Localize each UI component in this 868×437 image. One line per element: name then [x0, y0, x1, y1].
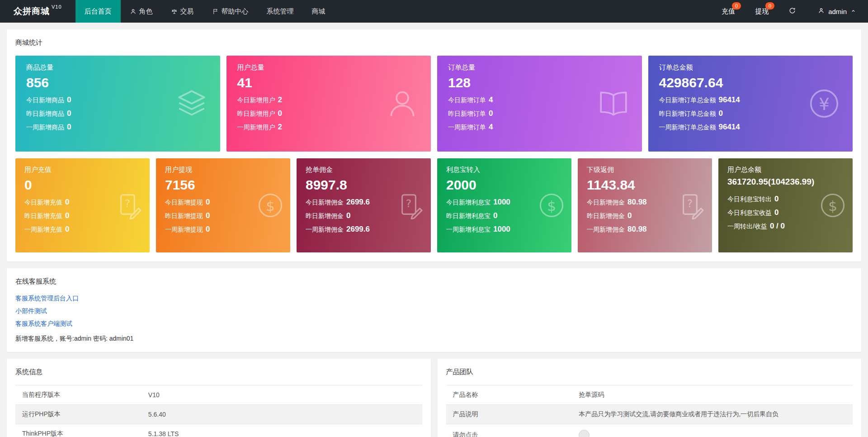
table-row: ThinkPHP版本 5.1.38 LTS — [15, 424, 422, 437]
stat-line-num: 96414 — [719, 123, 740, 132]
user-menu[interactable]: admin — [806, 0, 868, 23]
row-label: 运行PHP版本 — [15, 405, 142, 424]
stat-card-grab-commission: 抢单佣金 8997.8 今日新增佣金2699.6 昨日新增佣金0 一周新增佣金2… — [297, 158, 431, 252]
system-info-title: 系统信息 — [15, 368, 422, 376]
stats-panel: 商城统计 商品总量 856 今日新增商品0 昨日新增商品0 一周新增商品0 用户… — [7, 29, 861, 261]
stat-line-label: 今日新增用户 — [237, 96, 275, 104]
stat-line-label: 昨日新增商品 — [26, 110, 64, 118]
stat-title: 用户总余额 — [727, 166, 844, 174]
stat-line-label: 昨日新增订单总金额 — [659, 110, 716, 118]
stat-line-num: 0 — [774, 208, 778, 217]
widget-test-link[interactable]: 小部件测试 — [15, 307, 853, 315]
nav-item-label: 帮助中心 — [222, 7, 249, 16]
stat-card-sub-commission: 下级返佣 1143.84 今日新增佣金80.98 昨日新增佣金0 一周新增佣金8… — [578, 158, 712, 252]
stat-value: 8997.8 — [306, 177, 422, 192]
product-team-panel: 产品团队 产品名称 抢单源码 产品说明 本产品只为学习测试交流,请勿要做商业或者… — [438, 359, 862, 437]
nav-item-system[interactable]: 系统管理 — [258, 0, 303, 23]
stat-line-label: 一周新增订单 — [448, 124, 486, 132]
stat-line-label: 一周新增用户 — [237, 124, 275, 132]
brand-name: 众拼商城 — [14, 5, 50, 17]
stat-line-num: 96414 — [719, 95, 740, 104]
stat-value: 361720.95(104236.99) — [727, 177, 844, 187]
stat-line-label: 昨日新增用户 — [237, 110, 275, 118]
svg-text:¥: ¥ — [819, 95, 830, 114]
nav-item-roles[interactable]: 角色 — [121, 0, 162, 23]
stat-value: 0 — [24, 177, 141, 192]
stat-card-user-balance: 用户总余额 361720.95(104236.99) 今日利息宝转出0 今日利息… — [718, 158, 853, 252]
service-links: 客服系统管理后台入口 小部件测试 客服系统客户端测试 — [15, 294, 853, 328]
svg-text:$: $ — [547, 198, 556, 214]
stat-line-num: 0 — [67, 95, 71, 104]
service-admin-entry-link[interactable]: 客服系统管理后台入口 — [15, 294, 853, 303]
brand-version: V10 — [52, 4, 62, 10]
stat-line-num: 0 — [67, 123, 71, 132]
service-panel: 在线客服系统 客服系统管理后台入口 小部件测试 客服系统客户端测试 新增客服系统… — [7, 268, 861, 352]
stat-card-orders: 订单总量 128 今日新增订单4 昨日新增订单0 一周新增订单4 — [437, 56, 642, 152]
stat-line-num: 0 — [206, 198, 210, 207]
stat-line-label: 今日利息宝转出 — [727, 195, 772, 204]
stat-title: 抢单佣金 — [306, 166, 422, 174]
stat-line-label: 今日新增订单总金额 — [659, 96, 716, 104]
service-client-test-link[interactable]: 客服系统客户端测试 — [15, 320, 853, 328]
product-team-table: 产品名称 抢单源码 产品说明 本产品只为学习测试交流,请勿要做商业或者用于违法行… — [446, 385, 853, 437]
stat-line-label: 一周新增利息宝 — [446, 226, 491, 234]
stat-line-num: 0 — [493, 211, 497, 220]
stat-title: 订单总量 — [448, 63, 631, 72]
user-icon — [386, 87, 419, 120]
row-label: 产品说明 — [446, 405, 572, 424]
nav-item-trade[interactable]: 交易 — [162, 0, 203, 23]
stat-card-users: 用户总量 41 今日新增用户2 昨日新增用户0 一周新增用户2 — [226, 56, 431, 152]
stat-line-num: 80.98 — [627, 198, 647, 207]
doc-question-icon: ? — [678, 191, 706, 219]
stat-line-label: 今日新增订单 — [448, 96, 486, 104]
stat-card-order-amount: 订单总金额 429867.64 今日新增订单总金额96414 昨日新增订单总金额… — [648, 56, 853, 152]
stat-line-num: 0 — [206, 211, 210, 220]
stat-line-num: 0 — [278, 109, 282, 118]
svg-text:?: ? — [125, 197, 130, 209]
system-info-table: 当前程序版本 V10 运行PHP版本 5.6.40 ThinkPHP版本 5.1… — [15, 385, 422, 437]
stat-title: 利息宝转入 — [446, 166, 562, 174]
recharge-button[interactable]: 充值 0 — [712, 0, 745, 23]
withdraw-button[interactable]: 提现 0 — [745, 0, 778, 23]
yen-icon: ¥ — [807, 87, 841, 120]
stat-card-products: 商品总量 856 今日新增商品0 昨日新增商品0 一周新增商品0 — [15, 56, 220, 152]
stat-line-label: 昨日新增佣金 — [306, 212, 344, 220]
stat-line-num: 0 — [346, 211, 350, 220]
stat-line-num: 2 — [278, 123, 282, 132]
service-panel-title: 在线客服系统 — [15, 277, 853, 286]
username: admin — [828, 8, 847, 15]
brand-logo[interactable]: 众拼商城 V10 — [0, 0, 75, 23]
balance-icon — [171, 8, 178, 15]
svg-text:$: $ — [266, 198, 275, 214]
product-team-title: 产品团队 — [446, 368, 853, 376]
system-info-panel: 系统信息 当前程序版本 V10 运行PHP版本 5.6.40 ThinkPHP版… — [7, 359, 431, 437]
row-label: 当前程序版本 — [15, 385, 142, 405]
stat-line-num: 0 / 0 — [770, 222, 785, 231]
stat-line-num: 2 — [278, 95, 282, 104]
stat-line-label: 今日利息宝收益 — [727, 209, 772, 217]
stat-line-label: 昨日新增利息宝 — [446, 212, 491, 220]
stat-line-label: 一周新增佣金 — [587, 226, 625, 234]
do-not-click-icon[interactable] — [579, 430, 590, 437]
row-value: 5.6.40 — [142, 405, 422, 424]
nav-item-help-center[interactable]: 帮助中心 — [203, 0, 258, 23]
stat-title: 用户充值 — [24, 166, 141, 174]
flag-icon — [212, 8, 219, 15]
stat-line-label: 一周新增订单总金额 — [659, 124, 716, 132]
stat-line-label: 一周新增商品 — [26, 124, 64, 132]
stat-title: 用户提现 — [165, 166, 281, 174]
stat-line-num: 4 — [489, 95, 493, 104]
nav-item-mall[interactable]: 商城 — [303, 0, 335, 23]
doc-question-icon: ? — [116, 191, 144, 219]
nav-item-label: 系统管理 — [267, 7, 294, 16]
nav-item-dashboard[interactable]: 后台首页 — [75, 0, 121, 23]
nav-item-label: 交易 — [180, 7, 194, 16]
stat-card-user-withdraw: 用户提现 7156 今日新增提现0 昨日新增提现0 一周新增提现0 $ — [156, 158, 290, 252]
stat-line-num: 0 — [627, 211, 632, 220]
dollar-icon: $ — [819, 191, 847, 219]
table-row: 产品说明 本产品只为学习测试交流,请勿要做商业或者用于违法行为,一切后果自负 — [446, 405, 853, 424]
row-value: V10 — [142, 385, 422, 405]
refresh-button[interactable] — [778, 0, 806, 23]
stats-row-1: 商品总量 856 今日新增商品0 昨日新增商品0 一周新增商品0 用户总量 41… — [15, 56, 853, 152]
stat-line-label: 昨日新增充值 — [24, 212, 62, 220]
